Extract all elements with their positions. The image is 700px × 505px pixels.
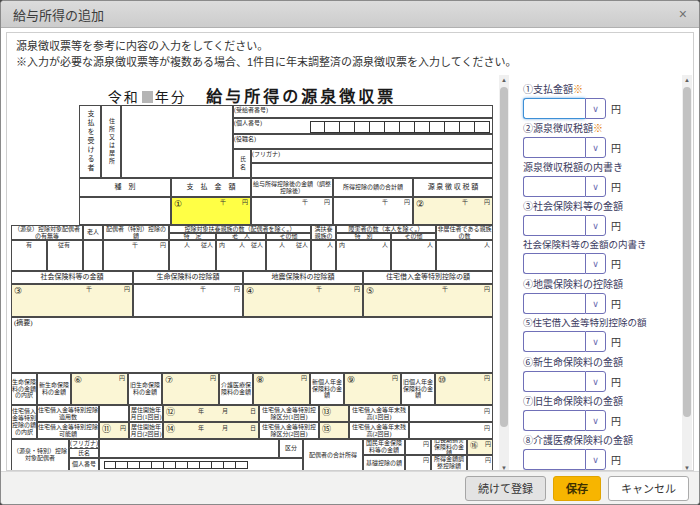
hdr-start2: 居住開始年月日(2回目) xyxy=(129,422,163,439)
cell-housing-possible-value: ⑪円 xyxy=(99,422,129,439)
old-life-insurance-input[interactable] xyxy=(523,410,585,431)
social-insurance-inner-input[interactable] xyxy=(523,253,585,274)
badge-5: ⑤ xyxy=(366,286,374,296)
unit-sen: 千 xyxy=(200,286,206,293)
payment-amount-input[interactable] xyxy=(523,98,585,119)
field-label: 源泉徴収税額の内書き xyxy=(523,162,623,173)
chevron-down-icon: ∨ xyxy=(592,416,599,426)
cell-under16-value: 人 xyxy=(311,240,336,271)
hdr-zandaka1: 住宅借入金等年末残高(1回目) xyxy=(349,405,409,422)
cell-payee: 支払を受ける者 xyxy=(79,105,101,178)
unit-yen: 円 xyxy=(423,457,429,464)
unit-sen: 千 xyxy=(462,199,468,206)
scroll-down-icon[interactable]: ▼ xyxy=(499,463,509,471)
unit-nin: 人 xyxy=(484,242,490,249)
cell-other-value: 人 従人 xyxy=(266,240,311,271)
old-life-insurance-dropdown[interactable]: ∨ xyxy=(585,410,606,431)
field-label: ⑥新生命保険料の金額 xyxy=(523,357,623,368)
cell-nonresident-value: 人 xyxy=(436,240,493,271)
cell-recipient-number: (受給者番号) xyxy=(234,107,268,113)
cell-housing-count-value xyxy=(99,405,129,422)
field-label: 社会保険料等の金額の内書き xyxy=(523,239,647,250)
hdr-dependents: 控除対象扶養親族の数（配偶者を除く。） xyxy=(169,225,311,233)
unit-month: 月 xyxy=(222,408,228,415)
hdr-housing-possible: 住宅借入金等特別控除可能額 xyxy=(37,422,99,439)
housing-loan-deduction-input[interactable] xyxy=(523,331,585,352)
badge-6: ⑥ xyxy=(74,375,82,385)
hdr-spouse-presence: （源泉）控除対象配偶者の有無等 xyxy=(11,225,83,240)
scroll-up-icon[interactable]: ▲ xyxy=(682,75,692,85)
cell-name-blank xyxy=(251,163,493,178)
social-insurance-input[interactable] xyxy=(523,215,585,236)
cell-spouse-mynumber-value xyxy=(99,458,303,471)
hdr-life-detail: 生命保険料の金額の内訳 xyxy=(11,373,37,405)
new-life-insurance-dropdown[interactable]: ∨ xyxy=(585,371,606,392)
continue-register-button[interactable]: 続けて登録 xyxy=(465,476,546,501)
withholding-slip-preview: 令和年分 給与所得の源泉徴収票 支払を受ける者 住所又は居所 (受給者番号) (… xyxy=(11,75,499,471)
cell-role-name: (役職名) xyxy=(234,136,256,142)
badge-14: ⑭ xyxy=(166,424,175,434)
hdr-social: 社会保険料等の金額 xyxy=(11,271,133,284)
save-button[interactable]: 保存 xyxy=(553,476,601,501)
withholding-tax-inner-input[interactable] xyxy=(523,176,585,197)
field-earthquake-insurance: ④地震保険料の控除額 ∨ 円 xyxy=(523,276,683,314)
hdr-nonresident: 非居住者である親族の数 xyxy=(436,225,493,240)
required-mark: ※ xyxy=(573,84,583,95)
unit-sen: 千 xyxy=(220,199,226,206)
hdr-elderly2: 老 人 xyxy=(216,233,266,240)
chevron-down-icon: ∨ xyxy=(592,377,599,387)
unit-yen: 円 xyxy=(210,375,216,382)
cell-social-value: ③ 千 円 xyxy=(11,284,133,317)
hdr-housing: 住宅借入金等特別控除の額 xyxy=(363,271,493,284)
withholding-tax-input[interactable] xyxy=(523,137,585,158)
hdr-special: 特 別 xyxy=(336,233,391,240)
unit-nin: 人 xyxy=(382,242,388,249)
scroll-down-icon[interactable]: ▼ xyxy=(682,463,692,471)
payment-amount-dropdown[interactable]: ∨ xyxy=(585,98,606,119)
badge-15: ⑮ xyxy=(322,424,331,434)
cell-housing-value: ⑤ 千 円 xyxy=(363,284,493,317)
unit-uchi: 内 xyxy=(339,242,345,249)
new-life-insurance-input[interactable] xyxy=(523,371,585,392)
cell-spouse-name-value xyxy=(99,439,279,458)
earthquake-insurance-dropdown[interactable]: ∨ xyxy=(585,293,606,314)
care-medical-insurance-input[interactable] xyxy=(523,449,585,470)
care-medical-insurance-dropdown[interactable]: ∨ xyxy=(585,449,606,470)
cell-old-damage-value: ⑯円 xyxy=(467,439,493,455)
form-scrollbar-thumb[interactable] xyxy=(500,87,508,427)
hdr-kiso: 基礎控除の額 xyxy=(363,455,405,471)
cell-spouse-deduction-value: 千 円 xyxy=(103,240,169,271)
dialog-titlebar: 給与所得の追加 × xyxy=(1,1,699,28)
badge-11: ⑪ xyxy=(102,424,111,434)
badge-8: ⑧ xyxy=(256,375,264,385)
withholding-tax-dropdown[interactable]: ∨ xyxy=(585,137,606,158)
cell-new-life-value: ⑥円 xyxy=(71,373,128,405)
cell-earthquake-value: ④ 千 円 xyxy=(243,284,363,317)
form-title: 令和年分 給与所得の源泉徴収票 xyxy=(11,83,493,107)
social-insurance-dropdown[interactable]: ∨ xyxy=(585,215,606,236)
sidebar-scrollbar[interactable]: ▲ ▼ xyxy=(682,75,692,471)
unit-yen: 円 xyxy=(354,286,360,293)
badge-4: ④ xyxy=(246,286,254,296)
unit-label: 円 xyxy=(611,452,621,467)
social-insurance-inner-dropdown[interactable]: ∨ xyxy=(585,253,606,274)
col-withholding: 源 泉 徴 収 税 額 xyxy=(413,178,493,197)
earthquake-insurance-input[interactable] xyxy=(523,293,585,314)
hdr-care: 介護医療保険料の金額 xyxy=(219,373,253,405)
housing-loan-deduction-dropdown[interactable]: ∨ xyxy=(585,331,606,352)
form-scrollbar[interactable]: ▲ ▼ xyxy=(499,75,509,471)
field-label: ⑦旧生命保険料の金額 xyxy=(523,396,623,407)
hdr-housing-count: 住宅借入金等特別控除適用数 xyxy=(37,405,99,422)
cell-kubun2-value: ⑮ xyxy=(319,422,349,439)
unit-sen: 千 xyxy=(132,242,138,249)
hdr-earthquake: 地震保険料の控除額 xyxy=(243,271,363,284)
cell-life-value: 千 円 xyxy=(133,284,243,317)
badge-7: ⑦ xyxy=(165,375,173,385)
close-icon[interactable]: × xyxy=(679,7,687,21)
sidebar-scrollbar-thumb[interactable] xyxy=(683,87,691,417)
withholding-tax-inner-dropdown[interactable]: ∨ xyxy=(585,176,606,197)
input-fields-panel: ①支払金額※ ∨ 円 ②源泉徴収税額※ ∨ 円 源泉徴収税額の内書き xyxy=(517,75,685,471)
unit-year: 年 xyxy=(198,408,204,415)
cancel-button[interactable]: キャンセル xyxy=(608,476,689,501)
scroll-up-icon[interactable]: ▲ xyxy=(499,75,509,85)
